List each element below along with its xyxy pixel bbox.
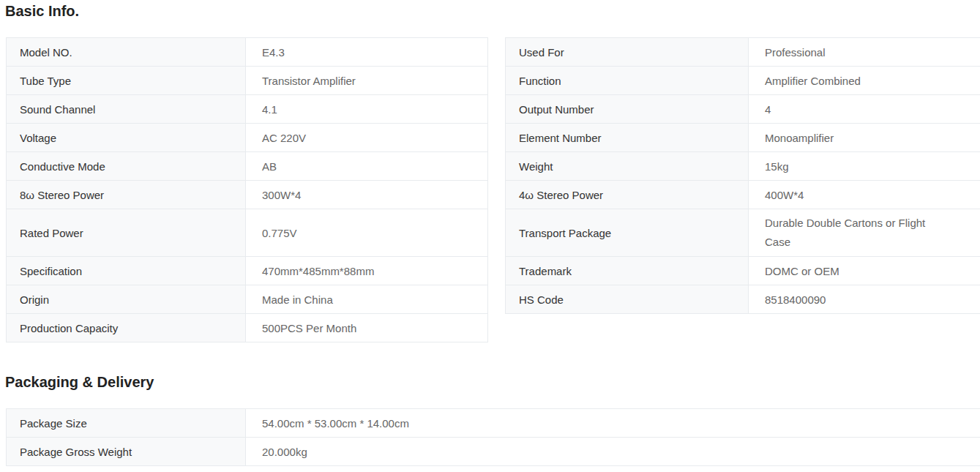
- spec-value: AC 220V: [246, 124, 488, 152]
- basic-info-table: Model NO. E4.3 Used For Professional Tub…: [6, 37, 980, 342]
- spec-row: Conductive Mode AB Weight 15kg: [7, 152, 980, 181]
- packaging-delivery-table: Package Size 54.00cm * 53.00cm * 14.00cm…: [6, 408, 980, 466]
- spec-label: Function: [506, 67, 749, 95]
- spec-value: Durable Double Cartons or Flight Case: [749, 209, 980, 257]
- spec-label: HS Code: [506, 285, 749, 314]
- spec-value: 54.00cm * 53.00cm * 14.00cm: [246, 409, 980, 438]
- spec-row: Voltage AC 220V Element Number Monoampli…: [7, 124, 980, 152]
- spec-value: 4: [749, 95, 980, 124]
- basic-info-section-title: Basic Info.: [5, 2, 980, 20]
- spec-value: 15kg: [749, 152, 980, 181]
- spec-row: Origin Made in China HS Code 8518400090: [7, 285, 980, 314]
- empty-cell: [749, 314, 980, 342]
- spec-row: Production Capacity 500PCS Per Month: [7, 314, 980, 342]
- spec-label: Origin: [7, 285, 246, 314]
- spec-value: 400W*4: [749, 181, 980, 209]
- column-gap: [488, 38, 506, 67]
- spec-label: Sound Channel: [7, 95, 246, 124]
- column-gap: [488, 67, 506, 95]
- spec-label: Rated Power: [7, 209, 246, 257]
- spec-label: Trademark: [506, 257, 749, 285]
- spec-label: Package Gross Weight: [7, 438, 246, 466]
- spec-value: DOMC or OEM: [749, 257, 980, 285]
- spec-row: Package Size 54.00cm * 53.00cm * 14.00cm: [7, 409, 980, 438]
- spec-label: Conductive Mode: [7, 152, 246, 181]
- spec-value: Made in China: [246, 285, 488, 314]
- spec-value: 4.1: [246, 95, 488, 124]
- spec-row: 8ω Stereo Power 300W*4 4ω Stereo Power 4…: [7, 181, 980, 209]
- column-gap: [488, 209, 506, 257]
- spec-value: E4.3: [246, 38, 488, 67]
- column-gap: [488, 181, 506, 209]
- spec-label: Used For: [506, 38, 749, 67]
- spec-row: Sound Channel 4.1 Output Number 4: [7, 95, 980, 124]
- spec-label: Transport Package: [506, 209, 749, 257]
- spec-value: 20.000kg: [246, 438, 980, 466]
- spec-label: Element Number: [506, 124, 749, 152]
- empty-cell: [506, 314, 749, 342]
- spec-value: 8518400090: [749, 285, 980, 314]
- spec-label: Specification: [7, 257, 246, 285]
- spec-value: 0.775V: [246, 209, 488, 257]
- column-gap: [488, 314, 506, 342]
- spec-value: Professional: [749, 38, 980, 67]
- column-gap: [488, 257, 506, 285]
- column-gap: [488, 95, 506, 124]
- spec-label: Tube Type: [7, 67, 246, 95]
- spec-value: AB: [246, 152, 488, 181]
- spec-value: Monoamplifier: [749, 124, 980, 152]
- spec-label: Model NO.: [7, 38, 246, 67]
- spec-row: Model NO. E4.3 Used For Professional: [7, 38, 980, 67]
- spec-label: 4ω Stereo Power: [506, 181, 749, 209]
- spec-label: Package Size: [7, 409, 246, 438]
- spec-row: Tube Type Transistor Amplifier Function …: [7, 67, 980, 95]
- spec-row: Specification 470mm*485mm*88mm Trademark…: [7, 257, 980, 285]
- spec-row: Rated Power 0.775V Transport Package Dur…: [7, 209, 980, 257]
- spec-value: 300W*4: [246, 181, 488, 209]
- spec-label: Output Number: [506, 95, 749, 124]
- spec-label: Weight: [506, 152, 749, 181]
- spec-value: 500PCS Per Month: [246, 314, 488, 342]
- spec-row: Package Gross Weight 20.000kg: [7, 438, 980, 466]
- spec-label: 8ω Stereo Power: [7, 181, 246, 209]
- column-gap: [488, 152, 506, 181]
- spec-label: Production Capacity: [7, 314, 246, 342]
- spec-value: Amplifier Combined: [749, 67, 980, 95]
- packaging-delivery-section-title: Packaging & Delivery: [5, 373, 980, 391]
- column-gap: [488, 285, 506, 314]
- column-gap: [488, 124, 506, 152]
- spec-label: Voltage: [7, 124, 246, 152]
- spec-value-text: Durable Double Cartons or Flight Case: [765, 214, 948, 252]
- spec-value: Transistor Amplifier: [246, 67, 488, 95]
- spec-value: 470mm*485mm*88mm: [246, 257, 488, 285]
